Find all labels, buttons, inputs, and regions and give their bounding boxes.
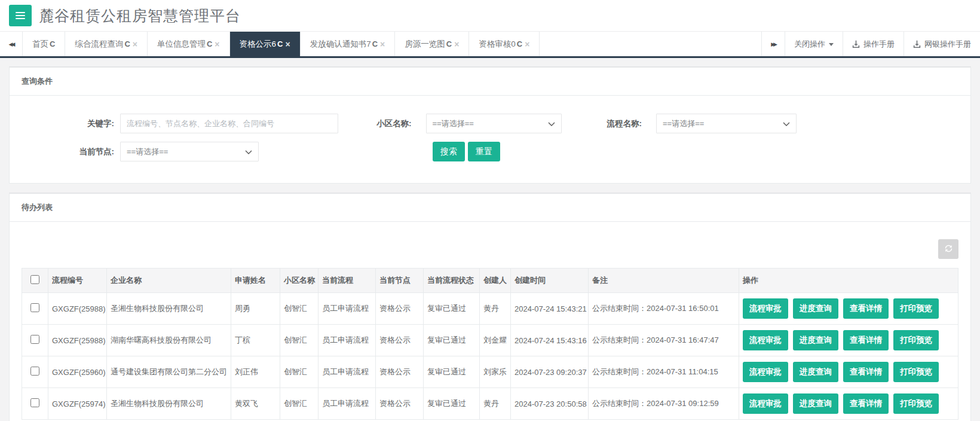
tab-refresh-icon[interactable]: C [124,39,130,48]
tab[interactable]: 房源一览图 C × [395,32,469,56]
tab-refresh-icon[interactable]: C [277,39,283,48]
tab[interactable]: 发放确认通知书7 C × [301,32,396,56]
view-details-button[interactable]: 查看详情 [843,393,889,414]
view-details-button[interactable]: 查看详情 [843,330,889,350]
tab-close-icon[interactable]: × [133,39,137,49]
tab[interactable]: 资格审核0 C × [469,32,540,56]
keyword-input[interactable] [120,114,338,133]
table-row: GXGZF(25974)圣湘生物科技股份有限公司黄双飞创智汇员工申请流程资格公示… [22,388,958,420]
process-approve-button[interactable]: 流程审批 [743,330,788,350]
print-preview-button[interactable]: 打印预览 [893,362,939,382]
tab[interactable]: 资格公示6 C × [230,32,301,56]
tabs-scroll-right-button[interactable]: ▶▶ [761,32,785,56]
tab-close-icon[interactable]: × [454,39,459,49]
progress-query-button[interactable]: 进度查询 [793,362,838,382]
todo-panel-title: 待办列表 [10,194,970,222]
row-checkbox-cell [22,293,48,325]
operation-manual-button[interactable]: 操作手册 [843,32,904,56]
process-name-label: 流程名称: [607,118,642,129]
tabs-scroll-left-button[interactable]: ◀◀ [0,32,23,56]
cell-company: 圣湘生物科技股份有限公司 [107,293,231,325]
page-title: 麓谷租赁公租房智慧管理平台 [39,6,241,26]
process-approve-button[interactable]: 流程审批 [743,393,788,414]
print-preview-button[interactable]: 打印预览 [893,393,939,414]
table-row: GXGZF(25988)湖南华曙高科技股份有限公司丁槟创智汇员工申请流程资格公示… [22,325,958,356]
tab-label: 资格公示6 [240,39,277,50]
tab[interactable]: 单位信息管理 C × [148,32,230,56]
print-preview-button[interactable]: 打印预览 [893,330,939,350]
tab[interactable]: 首页 C [23,32,65,56]
row-checkbox[interactable] [30,303,39,312]
cell-creator: 黄丹 [480,293,511,325]
row-checkbox[interactable] [30,398,39,407]
tab-refresh-icon[interactable]: C [446,39,452,48]
cell-process-no: GXGZF(25960) [48,356,107,388]
select-all-checkbox[interactable] [30,275,39,284]
community-label: 小区名称: [376,118,412,129]
cell-created-at: 2024-07-23 09:20:37 [511,356,589,388]
tab-close-icon[interactable]: × [215,39,219,49]
progress-query-button[interactable]: 进度查询 [793,298,838,319]
row-checkbox[interactable] [30,367,39,376]
tab-refresh-icon[interactable]: C [517,39,522,48]
print-preview-button[interactable]: 打印预览 [893,298,939,319]
tab-close-icon[interactable]: × [525,39,529,49]
process-approve-button[interactable]: 流程审批 [743,298,788,319]
process-name-select[interactable]: ==请选择== [656,114,797,133]
current-node-select-value: ==请选择== [127,147,168,157]
tab-refresh-icon[interactable]: C [207,39,212,48]
row-actions-cell: 流程审批进度查询查看详情打印预览 [739,293,958,325]
column-header: 申请姓名 [231,269,280,293]
cell-community: 创智汇 [280,388,318,420]
progress-query-button[interactable]: 进度查询 [793,330,838,350]
row-actions-cell: 流程审批进度查询查看详情打印预览 [739,325,958,356]
view-details-button[interactable]: 查看详情 [843,362,889,382]
cell-process-status: 复审已通过 [424,356,480,388]
cell-current-node: 资格公示 [376,293,424,325]
tab-refresh-icon[interactable]: C [372,39,378,48]
column-header: 创建时间 [511,269,589,293]
process-approve-button[interactable]: 流程审批 [743,362,788,382]
cell-community: 创智汇 [280,325,318,356]
tab-refresh-icon[interactable]: C [50,39,55,48]
tab-close-icon[interactable]: × [285,39,290,49]
progress-query-button[interactable]: 进度查询 [793,393,838,414]
cell-current-process: 员工申请流程 [318,325,376,356]
cell-creator: 黄丹 [480,388,511,420]
hamburger-menu-button[interactable] [9,5,32,26]
cell-current-process: 员工申请流程 [318,356,376,388]
cell-process-no: GXGZF(25988) [48,325,107,356]
query-form-row-1: 关键字: 小区名称: ==请选择== 流程名称: ==请选择== [22,114,958,133]
tab-close-icon[interactable]: × [380,39,385,49]
community-select[interactable]: ==请选择== [426,114,562,133]
column-header: 流程编号 [48,269,107,293]
todo-panel-body: 流程编号企业名称申请姓名小区名称当前流程当前节点当前流程状态创建人创建时间备注操… [10,222,970,421]
chevron-down-icon [548,118,555,129]
column-header: 企业名称 [107,269,231,293]
cell-company: 圣湘生物科技股份有限公司 [107,388,231,420]
reset-button[interactable]: 重置 [468,142,500,161]
close-operations-dropdown[interactable]: 关闭操作 [785,32,843,56]
bank-manual-button[interactable]: 网银操作手册 [904,32,980,56]
cell-process-status: 复审已通过 [424,293,480,325]
todo-table: 流程编号企业名称申请姓名小区名称当前流程当前节点当前流程状态创建人创建时间备注操… [22,268,958,420]
view-details-button[interactable]: 查看详情 [843,298,889,319]
table-row: GXGZF(25988)圣湘生物科技股份有限公司周勇创智汇员工申请流程资格公示复… [22,293,958,325]
search-button[interactable]: 搜索 [433,142,465,161]
tab[interactable]: 综合流程查询 C × [65,32,148,56]
tab-label: 发放确认通知书7 [310,39,371,50]
keyword-label: 关键字: [66,118,114,129]
row-checkbox[interactable] [30,335,39,344]
table-refresh-button[interactable] [938,239,958,259]
operation-manual-label: 操作手册 [863,39,895,50]
cell-remark: 公示结束时间：2024-07-31 09:12:59 [589,388,739,420]
cell-created-at: 2024-07-24 15:43:16 [511,325,589,356]
cell-process-no: GXGZF(25974) [48,388,107,420]
cell-applicant: 刘正伟 [231,356,280,388]
main-content: 查询条件 关键字: 小区名称: ==请选择== 流程名称: ==请选择== [0,58,980,421]
tab-label: 资格审核0 [479,39,516,50]
cell-created-at: 2024-07-24 15:43:21 [511,293,589,325]
column-header: 当前节点 [376,269,424,293]
current-node-select[interactable]: ==请选择== [120,142,259,161]
bank-manual-label: 网银操作手册 [924,39,971,50]
